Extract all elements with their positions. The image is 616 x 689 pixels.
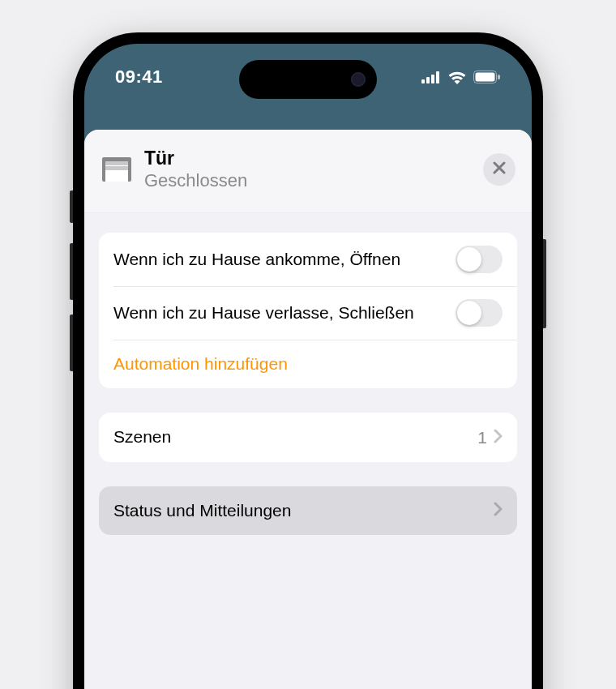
svg-rect-3 bbox=[436, 71, 439, 83]
cellular-signal-icon bbox=[421, 71, 441, 83]
garage-door-icon bbox=[101, 153, 133, 186]
accessory-settings-sheet: Tür Geschlossen Wenn ich bbox=[84, 130, 532, 689]
close-icon bbox=[493, 161, 506, 178]
automation-row-arrive[interactable]: Wenn ich zu Hause ankomme, Öffnen bbox=[99, 233, 517, 286]
svg-rect-5 bbox=[476, 73, 495, 82]
automation-toggle-leave[interactable] bbox=[456, 299, 503, 327]
accessory-title: Tür bbox=[144, 148, 483, 170]
chevron-right-icon bbox=[494, 502, 503, 520]
sheet-header: Tür Geschlossen bbox=[84, 130, 532, 213]
scenes-count: 1 bbox=[477, 428, 487, 447]
add-automation-label: Automation hinzufügen bbox=[113, 353, 503, 375]
automation-label: Wenn ich zu Hause ankomme, Öffnen bbox=[113, 248, 456, 271]
status-card: Status und Mitteilungen bbox=[99, 486, 517, 535]
svg-rect-2 bbox=[431, 75, 434, 83]
close-button[interactable] bbox=[483, 153, 515, 186]
svg-rect-9 bbox=[105, 161, 128, 165]
status-notifications-row[interactable]: Status und Mitteilungen bbox=[99, 486, 517, 535]
status-time: 09:41 bbox=[115, 66, 204, 88]
scenes-label: Szenen bbox=[113, 426, 477, 448]
scenes-card: Szenen 1 bbox=[99, 413, 517, 461]
dynamic-island bbox=[239, 60, 377, 99]
accessory-status: Geschlossen bbox=[144, 170, 483, 191]
battery-icon bbox=[473, 71, 501, 83]
camera-icon bbox=[351, 72, 366, 87]
automation-label: Wenn ich zu Hause verlasse, Schließen bbox=[113, 302, 456, 324]
status-notifications-label: Status und Mitteilungen bbox=[113, 499, 494, 522]
scenes-row[interactable]: Szenen 1 bbox=[99, 413, 517, 461]
svg-rect-6 bbox=[498, 75, 500, 79]
automations-card: Wenn ich zu Hause ankomme, Öffnen Wenn i… bbox=[99, 233, 517, 388]
automation-toggle-arrive[interactable] bbox=[456, 246, 503, 273]
chevron-right-icon bbox=[494, 429, 503, 447]
svg-rect-0 bbox=[421, 79, 425, 83]
svg-rect-1 bbox=[426, 77, 430, 83]
wifi-icon bbox=[447, 71, 467, 84]
add-automation-button[interactable]: Automation hinzufügen bbox=[99, 340, 517, 388]
automation-row-leave[interactable]: Wenn ich zu Hause verlasse, Schließen bbox=[99, 286, 517, 340]
svg-rect-10 bbox=[105, 166, 128, 170]
